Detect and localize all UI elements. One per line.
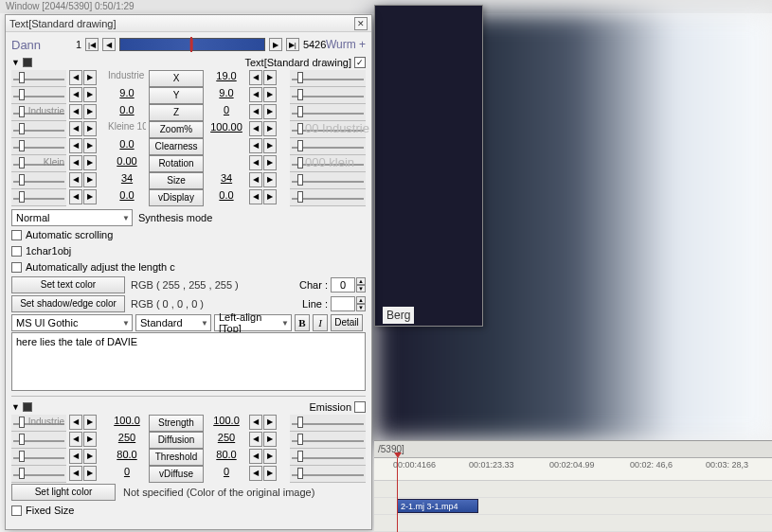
- param-vdisplay-slider-r[interactable]: [290, 189, 366, 206]
- timeline-track-3[interactable]: [374, 515, 772, 532]
- emission-threshold-slider-l[interactable]: [11, 449, 66, 466]
- emission-diffusion-nudge-l[interactable]: ◀▶: [69, 432, 105, 449]
- param-zoom%-nudge-l[interactable]: ◀▶: [69, 121, 105, 138]
- emission-threshold-name-button[interactable]: Threshold: [149, 449, 204, 466]
- emission-threshold-nudge-l[interactable]: ◀▶: [69, 449, 105, 466]
- param-clearness-slider-l[interactable]: [11, 138, 66, 155]
- param-zoom%-nudge-r[interactable]: ◀▶: [249, 121, 287, 138]
- param-zoom%-name-button[interactable]: Zoom%: [149, 121, 204, 138]
- line-spin-down[interactable]: ▼: [356, 304, 366, 311]
- detail-button[interactable]: Detail: [331, 314, 363, 331]
- param-zoom%-value-r[interactable]: 100.00: [206, 121, 246, 138]
- timeline-playhead[interactable]: [397, 458, 398, 532]
- emission-strength-nudge-r[interactable]: ◀▶: [249, 415, 287, 432]
- param-y-slider-r[interactable]: [290, 87, 366, 104]
- param-vdisplay-slider-l[interactable]: [11, 189, 66, 206]
- emission-strength-slider-r[interactable]: [290, 415, 366, 432]
- emission-diffusion-name-button[interactable]: Diffusion: [149, 432, 204, 449]
- param-y-slider-l[interactable]: [11, 87, 66, 104]
- param-y-value-l[interactable]: 9.0: [108, 87, 146, 104]
- frame-slider[interactable]: [119, 38, 265, 51]
- param-vdisplay-nudge-l[interactable]: ◀▶: [69, 189, 105, 206]
- param-x-slider-l[interactable]: [11, 70, 66, 87]
- param-rotation-value-r[interactable]: [206, 155, 246, 172]
- param-z-nudge-l[interactable]: ◀▶: [69, 104, 105, 121]
- param-zoom%-slider-l[interactable]: [11, 121, 66, 138]
- param-clearness-slider-r[interactable]: [290, 138, 366, 155]
- param-x-value-r[interactable]: 19.0: [206, 70, 246, 87]
- param-rotation-nudge-l[interactable]: ◀▶: [69, 155, 105, 172]
- timeline-track-1[interactable]: [374, 481, 772, 498]
- drawing-enable-checkbox[interactable]: [354, 57, 366, 68]
- char-spin-down[interactable]: ▼: [356, 285, 366, 293]
- frame-prev-button[interactable]: ◀: [102, 38, 116, 51]
- set-light-color-button[interactable]: Set light color: [11, 484, 116, 501]
- emission-vdiffuse-slider-r[interactable]: [290, 466, 366, 483]
- param-size-slider-l[interactable]: [11, 172, 66, 189]
- param-x-nudge-l[interactable]: ◀▶: [69, 70, 105, 87]
- param-vdisplay-value-l[interactable]: 0.0: [108, 189, 146, 206]
- char-spin-input[interactable]: [331, 277, 355, 293]
- param-y-nudge-l[interactable]: ◀▶: [69, 87, 105, 104]
- emission-threshold-slider-r[interactable]: [290, 449, 366, 466]
- emission-collapse-icon[interactable]: ▼: [11, 402, 20, 412]
- char1obj-checkbox[interactable]: [11, 246, 22, 257]
- param-size-nudge-r[interactable]: ◀▶: [249, 172, 287, 189]
- bold-button[interactable]: B: [295, 314, 310, 331]
- param-rotation-nudge-r[interactable]: ◀▶: [249, 155, 287, 172]
- emission-strength-slider-l[interactable]: Industrie: [11, 415, 66, 432]
- param-rotation-slider-r[interactable]: 000 klein: [290, 155, 366, 172]
- param-rotation-name-button[interactable]: Rotation: [149, 155, 204, 172]
- emission-strength-value-l[interactable]: 100.0: [108, 415, 146, 432]
- italic-button[interactable]: I: [313, 314, 328, 331]
- fixed-size-checkbox[interactable]: [11, 505, 22, 516]
- param-size-slider-r[interactable]: [290, 172, 366, 189]
- param-clearness-value-r[interactable]: [206, 138, 246, 155]
- line-spin-up[interactable]: ▲: [356, 296, 366, 304]
- param-z-slider-l[interactable]: Industrie: [11, 104, 66, 121]
- emission-diffusion-nudge-r[interactable]: ◀▶: [249, 432, 287, 449]
- emission-strength-nudge-l[interactable]: ◀▶: [69, 415, 105, 432]
- emission-threshold-value-l[interactable]: 80.0: [108, 449, 146, 466]
- emission-vdiffuse-nudge-l[interactable]: ◀▶: [69, 466, 105, 483]
- param-vdisplay-value-r[interactable]: 0.0: [206, 189, 246, 206]
- line-spin-input[interactable]: [331, 296, 355, 311]
- param-zoom%-slider-r[interactable]: 00 Industrie: [290, 121, 366, 138]
- font-family-select[interactable]: MS UI Gothic▼: [11, 314, 133, 331]
- frame-first-button[interactable]: |◀: [85, 38, 99, 51]
- param-size-value-r[interactable]: 34: [206, 172, 246, 189]
- close-icon[interactable]: ✕: [354, 17, 368, 30]
- emission-vdiffuse-value-l[interactable]: 0: [108, 466, 146, 483]
- synthesis-mode-select[interactable]: Normal ▼: [11, 209, 133, 226]
- param-clearness-nudge-l[interactable]: ◀▶: [69, 138, 105, 155]
- auto-adjust-checkbox[interactable]: [11, 262, 22, 273]
- set-text-color-button[interactable]: Set text color: [11, 276, 125, 293]
- dialog-titlebar[interactable]: Text[Standard drawing] ✕: [6, 15, 371, 32]
- param-clearness-name-button[interactable]: Clearness: [149, 138, 204, 155]
- param-size-value-l[interactable]: 34: [108, 172, 146, 189]
- text-content-input[interactable]: here lies the tale of DAVIE: [11, 332, 366, 391]
- emission-vdiffuse-slider-l[interactable]: [11, 466, 66, 483]
- emission-diffusion-slider-r[interactable]: [290, 432, 366, 449]
- text-align-select[interactable]: Left-align [Top]▼: [214, 314, 292, 331]
- param-z-nudge-r[interactable]: ◀▶: [249, 104, 287, 121]
- emission-enable-checkbox[interactable]: [354, 401, 366, 413]
- emission-vdiffuse-value-r[interactable]: 0: [206, 466, 246, 483]
- set-shadow-color-button[interactable]: Set shadow/edge color: [11, 295, 125, 312]
- emission-threshold-value-r[interactable]: 80.0: [206, 449, 246, 466]
- param-z-value-r[interactable]: 0: [206, 104, 246, 121]
- param-z-name-button[interactable]: Z: [149, 104, 204, 121]
- frame-last-button[interactable]: ▶|: [286, 38, 299, 51]
- param-x-nudge-r[interactable]: ◀▶: [249, 70, 287, 87]
- param-vdisplay-name-button[interactable]: vDisplay: [149, 189, 204, 206]
- emission-diffusion-value-r[interactable]: 250: [206, 432, 246, 449]
- emission-strength-name-button[interactable]: Strength: [149, 415, 204, 432]
- param-y-name-button[interactable]: Y: [149, 87, 204, 104]
- char-spin-up[interactable]: ▲: [356, 277, 366, 285]
- font-style-select[interactable]: Standard▼: [135, 314, 211, 331]
- param-clearness-nudge-r[interactable]: ◀▶: [249, 138, 287, 155]
- emission-threshold-nudge-r[interactable]: ◀▶: [249, 449, 287, 466]
- param-y-value-r[interactable]: 9.0: [206, 87, 246, 104]
- param-clearness-value-l[interactable]: 0.0: [108, 138, 146, 155]
- emission-diffusion-value-l[interactable]: 250: [108, 432, 146, 449]
